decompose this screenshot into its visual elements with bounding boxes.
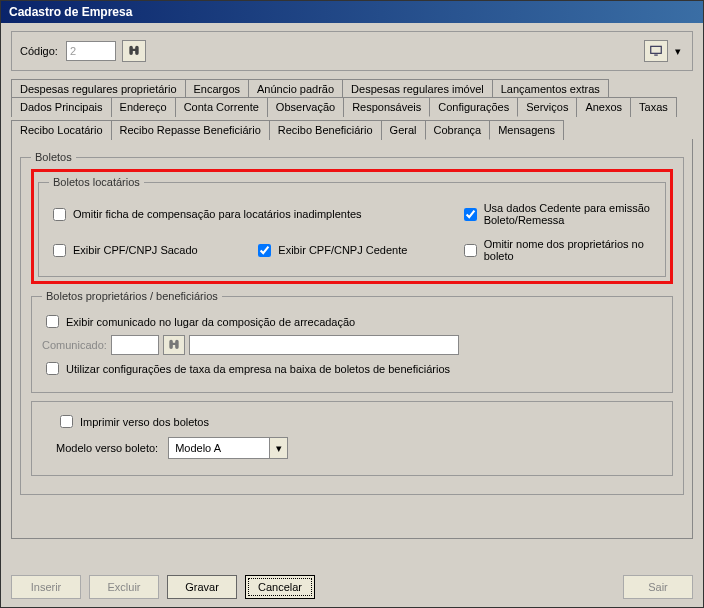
verso-fieldset: Imprimir verso dos boletos Modelo verso … [31, 401, 673, 476]
tab-row-1: Despesas regulares proprietárioEncargosA… [11, 79, 693, 97]
chk-usa-dados-cedente[interactable]: Usa dados Cedente para emissão Boleto/Re… [460, 202, 655, 226]
chk-exibir-sacado[interactable]: Exibir CPF/CNPJ Sacado [49, 238, 244, 262]
excluir-button: Excluir [89, 575, 159, 599]
chk-utilizar-config-taxa[interactable]: Utilizar configurações de taxa da empres… [42, 359, 662, 378]
chk-exibir-cedente-label: Exibir CPF/CNPJ Cedente [278, 244, 407, 256]
tab-lan-amentos-extras[interactable]: Lançamentos extras [492, 79, 609, 98]
gravar-button[interactable]: Gravar [167, 575, 237, 599]
tab-servi-os[interactable]: Serviços [517, 97, 577, 117]
chk-imprimir-verso[interactable]: Imprimir verso dos boletos [42, 412, 662, 431]
modelo-verso-value: Modelo A [169, 442, 269, 454]
chk-utilizar-config-taxa-label: Utilizar configurações de taxa da empres… [66, 363, 450, 375]
chk-omitir-ficha-box[interactable] [53, 208, 66, 221]
chk-exibir-comunicado[interactable]: Exibir comunicado no lugar da composição… [42, 312, 662, 331]
tab-dados-principais[interactable]: Dados Principais [11, 97, 112, 117]
chk-omitir-nome-label: Omitir nome dos proprietários no boleto [484, 238, 655, 262]
chk-imprimir-verso-label: Imprimir verso dos boletos [80, 416, 209, 428]
tab-encargos[interactable]: Encargos [185, 79, 249, 98]
tab-recibo-benefici-rio[interactable]: Recibo Beneficiário [269, 120, 382, 140]
tab-panel: Boletos Boletos locatários Omitir ficha … [11, 139, 693, 539]
chk-usa-dados-cedente-box[interactable] [464, 208, 477, 221]
chk-omitir-nome-box[interactable] [464, 244, 477, 257]
boletos-proprietarios-fieldset: Boletos proprietários / beneficiários Ex… [31, 290, 673, 393]
comunicado-label: Comunicado: [42, 339, 107, 351]
svg-rect-1 [654, 55, 658, 56]
boletos-fieldset: Boletos Boletos locatários Omitir ficha … [20, 151, 684, 495]
binoculars-icon[interactable] [122, 40, 146, 62]
tab-despesas-regulares-im-vel[interactable]: Despesas regulares imóvel [342, 79, 493, 98]
cancelar-button[interactable]: Cancelar [245, 575, 315, 599]
tab-conta-corrente[interactable]: Conta Corrente [175, 97, 268, 117]
comunicado-code-input[interactable] [111, 335, 159, 355]
tab-respons-veis[interactable]: Responsáveis [343, 97, 430, 117]
tab-row-2: Dados PrincipaisEndereçoConta CorrenteOb… [11, 97, 693, 116]
tab-cobran-a[interactable]: Cobrança [425, 120, 491, 140]
code-input[interactable] [66, 41, 116, 61]
tab-recibo-repasse-benefici-rio[interactable]: Recibo Repasse Beneficiário [111, 120, 270, 140]
binoculars-icon[interactable] [163, 335, 185, 355]
tab-mensagens[interactable]: Mensagens [489, 120, 564, 140]
chevron-down-icon[interactable]: ▾ [269, 438, 287, 458]
tab-row-3: Recibo LocatárioRecibo Repasse Beneficiá… [11, 120, 693, 139]
chk-utilizar-config-taxa-box[interactable] [46, 362, 59, 375]
tab-taxas[interactable]: Taxas [630, 97, 677, 117]
boletos-legend: Boletos [31, 151, 76, 163]
chk-exibir-cedente[interactable]: Exibir CPF/CNPJ Cedente [254, 238, 449, 262]
modelo-verso-label: Modelo verso boleto: [56, 442, 158, 454]
code-label: Código: [20, 45, 58, 57]
chk-exibir-sacado-box[interactable] [53, 244, 66, 257]
chk-omitir-ficha[interactable]: Omitir ficha de compensação para locatár… [49, 202, 450, 226]
chk-exibir-comunicado-label: Exibir comunicado no lugar da composição… [66, 316, 355, 328]
chk-omitir-ficha-label: Omitir ficha de compensação para locatár… [73, 208, 362, 220]
chk-imprimir-verso-box[interactable] [60, 415, 73, 428]
tab-configura-es[interactable]: Configurações [429, 97, 518, 117]
chk-omitir-nome[interactable]: Omitir nome dos proprietários no boleto [460, 238, 655, 262]
boletos-locatarios-legend: Boletos locatários [49, 176, 144, 188]
tab-geral[interactable]: Geral [381, 120, 426, 140]
tab-endere-o[interactable]: Endereço [111, 97, 176, 117]
dropdown-arrow-icon[interactable]: ▾ [672, 45, 684, 58]
tab-despesas-regulares-propriet-rio[interactable]: Despesas regulares proprietário [11, 79, 186, 98]
window-title: Cadastro de Empresa [1, 1, 703, 23]
chk-usa-dados-cedente-label: Usa dados Cedente para emissão Boleto/Re… [484, 202, 655, 226]
tab-observa-o[interactable]: Observação [267, 97, 344, 117]
monitor-icon[interactable] [644, 40, 668, 62]
chk-exibir-sacado-label: Exibir CPF/CNPJ Sacado [73, 244, 198, 256]
chk-exibir-cedente-box[interactable] [258, 244, 271, 257]
sair-button: Sair [623, 575, 693, 599]
tab-anexos[interactable]: Anexos [576, 97, 631, 117]
modelo-verso-combo[interactable]: Modelo A ▾ [168, 437, 288, 459]
boletos-proprietarios-legend: Boletos proprietários / beneficiários [42, 290, 222, 302]
svg-rect-0 [651, 46, 662, 53]
inserir-button: Inserir [11, 575, 81, 599]
chk-exibir-comunicado-box[interactable] [46, 315, 59, 328]
tab-an-ncio-padr-o[interactable]: Anúncio padrão [248, 79, 343, 98]
comunicado-desc-input[interactable] [189, 335, 459, 355]
top-toolbar: Código: ▾ [11, 31, 693, 71]
tab-recibo-locat-rio[interactable]: Recibo Locatário [11, 120, 112, 140]
highlight-box: Boletos locatários Omitir ficha de compe… [31, 169, 673, 284]
bottom-bar: Inserir Excluir Gravar Cancelar Sair [11, 575, 693, 599]
